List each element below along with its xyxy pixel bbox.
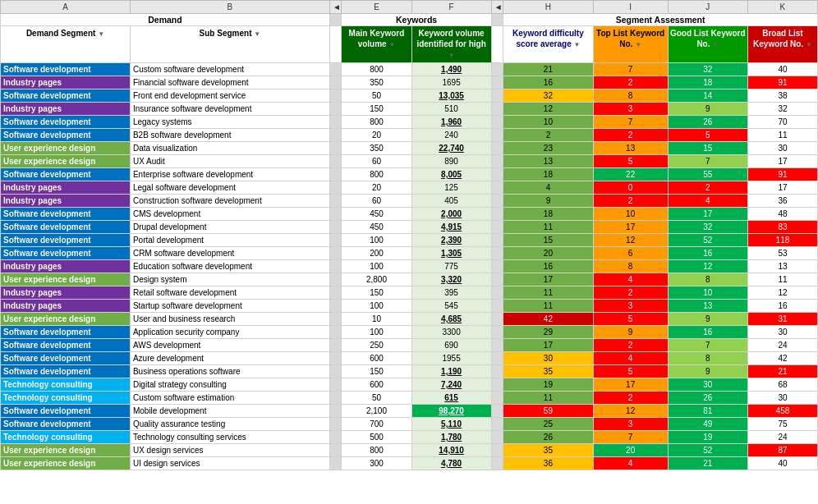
col-header-broad-list[interactable]: Broad List Keyword No. ▼ bbox=[747, 26, 817, 63]
section-headers-row: Demand Keywords Segment Assessment bbox=[1, 14, 818, 26]
col-letter-a: A bbox=[1, 1, 131, 14]
good-list-cell: 7 bbox=[668, 155, 747, 168]
col-header-sub-segment[interactable]: Sub Segment ▼ bbox=[130, 26, 329, 63]
col-arrow-2[interactable]: ◄► bbox=[491, 1, 503, 14]
kw-vol-cell: 5,110 bbox=[411, 418, 491, 431]
table-row: User experience design User and business… bbox=[1, 313, 818, 326]
arrow-cell-2 bbox=[491, 103, 503, 116]
col-header-kw-vol-high[interactable]: Keyword volume identified for high ▼ bbox=[411, 26, 491, 63]
table-row: User experience design UI design service… bbox=[1, 457, 818, 470]
good-list-cell: 26 bbox=[668, 392, 747, 405]
sub-segment-cell: Custom software development bbox=[130, 63, 329, 76]
col-header-arrow1 bbox=[329, 26, 342, 63]
top-list-cell: 5 bbox=[593, 365, 668, 378]
table-row: Software development Custom software dev… bbox=[1, 63, 818, 76]
main-kw-vol-cell: 800 bbox=[342, 168, 411, 181]
filter-icon-j[interactable]: ▼ bbox=[712, 41, 719, 48]
table-row: Industry pages Retail software developme… bbox=[1, 286, 818, 300]
sub-segment-cell: Legacy systems bbox=[130, 116, 329, 129]
main-kw-vol-cell: 20 bbox=[342, 129, 411, 142]
broad-list-cell: 30 bbox=[747, 142, 817, 155]
main-kw-vol-cell: 250 bbox=[342, 339, 411, 352]
good-list-cell: 14 bbox=[668, 89, 747, 103]
broad-list-cell: 48 bbox=[747, 208, 817, 221]
col-header-good-list[interactable]: Good List Keyword No. ▼ bbox=[668, 26, 747, 63]
arrow-cell-2 bbox=[491, 168, 503, 181]
main-kw-vol-cell: 2,800 bbox=[342, 273, 411, 286]
sub-segment-cell: Quality assurance testing bbox=[130, 418, 329, 431]
arrow-cell bbox=[329, 260, 342, 273]
broad-list-cell: 11 bbox=[747, 129, 817, 142]
broad-list-cell: 87 bbox=[747, 444, 817, 457]
kw-vol-cell: 125 bbox=[411, 181, 491, 195]
good-list-cell: 26 bbox=[668, 116, 747, 129]
demand-segment-cell: Software development bbox=[1, 326, 131, 339]
top-list-cell: 8 bbox=[593, 260, 668, 273]
col-header-main-kw-vol[interactable]: Main Keyword volume ▼ bbox=[342, 26, 411, 63]
kw-diff-cell: 15 bbox=[503, 234, 593, 247]
table-row: Software development Portal development … bbox=[1, 234, 818, 247]
arrow-cell bbox=[329, 195, 342, 208]
col-header-demand-segment[interactable]: Demand Segment ▼ bbox=[1, 26, 131, 63]
sub-segment-cell: Technology consulting services bbox=[130, 431, 329, 444]
arrow-cell-2 bbox=[491, 326, 503, 339]
col-header-kw-diff[interactable]: Keyword difficulty score average ▼ bbox=[503, 26, 593, 63]
kw-vol-cell: 240 bbox=[411, 129, 491, 142]
arrow-cell-2 bbox=[491, 195, 503, 208]
col-header-arrow2 bbox=[491, 26, 503, 63]
kw-vol-cell: 3,320 bbox=[411, 273, 491, 286]
table-row: Software development CMS development 450… bbox=[1, 208, 818, 221]
top-list-cell: 5 bbox=[593, 155, 668, 168]
arrow-cell-2 bbox=[491, 76, 503, 89]
filter-icon-e[interactable]: ▼ bbox=[388, 41, 395, 48]
table-row: Software development Front end developme… bbox=[1, 89, 818, 103]
demand-segment-cell: Software development bbox=[1, 208, 131, 221]
broad-list-cell: 17 bbox=[747, 155, 817, 168]
arrow-cell-2 bbox=[491, 286, 503, 300]
top-list-cell: 4 bbox=[593, 273, 668, 286]
main-kw-vol-cell: 60 bbox=[342, 155, 411, 168]
demand-segment-cell: Technology consulting bbox=[1, 378, 131, 392]
main-kw-vol-cell: 700 bbox=[342, 418, 411, 431]
arrow-cell-2 bbox=[491, 392, 503, 405]
good-list-cell: 49 bbox=[668, 418, 747, 431]
main-kw-vol-cell: 450 bbox=[342, 208, 411, 221]
broad-list-cell: 75 bbox=[747, 418, 817, 431]
broad-list-cell: 42 bbox=[747, 352, 817, 365]
kw-diff-cell: 9 bbox=[503, 195, 593, 208]
sub-segment-cell: Startup software development bbox=[130, 300, 329, 313]
sub-segment-cell: Retail software development bbox=[130, 286, 329, 300]
sub-segment-cell: Portal development bbox=[130, 234, 329, 247]
kw-vol-cell: 510 bbox=[411, 103, 491, 116]
top-list-cell: 2 bbox=[593, 286, 668, 300]
main-kw-vol-cell: 60 bbox=[342, 195, 411, 208]
demand-segment-cell: User experience design bbox=[1, 273, 131, 286]
filter-icon-f[interactable]: ▼ bbox=[448, 52, 455, 59]
col-arrow-1[interactable]: ◄► bbox=[329, 1, 342, 14]
demand-segment-cell: Software development bbox=[1, 365, 131, 378]
kw-vol-cell: 890 bbox=[411, 155, 491, 168]
sub-segment-cell: UX design services bbox=[130, 444, 329, 457]
demand-segment-cell: User experience design bbox=[1, 457, 131, 470]
column-headers-row: Demand Segment ▼ Sub Segment ▼ Main Keyw… bbox=[1, 26, 818, 63]
demand-segment-cell: Software development bbox=[1, 168, 131, 181]
top-list-cell: 3 bbox=[593, 300, 668, 313]
filter-icon-k[interactable]: ▼ bbox=[806, 41, 812, 48]
top-list-cell: 2 bbox=[593, 195, 668, 208]
good-list-cell: 55 bbox=[668, 168, 747, 181]
filter-icon-i[interactable]: ▼ bbox=[635, 41, 641, 48]
demand-segment-cell: User experience design bbox=[1, 313, 131, 326]
arrow-cell bbox=[329, 103, 342, 116]
kw-diff-cell: 35 bbox=[503, 444, 593, 457]
broad-list-cell: 40 bbox=[747, 63, 817, 76]
broad-list-cell: 36 bbox=[747, 195, 817, 208]
main-kw-vol-cell: 50 bbox=[342, 392, 411, 405]
arrow-cell-2 bbox=[491, 352, 503, 365]
filter-icon-h[interactable]: ▼ bbox=[574, 41, 581, 48]
top-list-cell: 20 bbox=[593, 444, 668, 457]
top-list-cell: 2 bbox=[593, 339, 668, 352]
col-header-top-list[interactable]: Top List Keyword No. ▼ bbox=[593, 26, 668, 63]
kw-vol-cell: 1695 bbox=[411, 76, 491, 89]
filter-icon-b[interactable]: ▼ bbox=[254, 30, 260, 38]
filter-icon-a[interactable]: ▼ bbox=[98, 30, 104, 38]
